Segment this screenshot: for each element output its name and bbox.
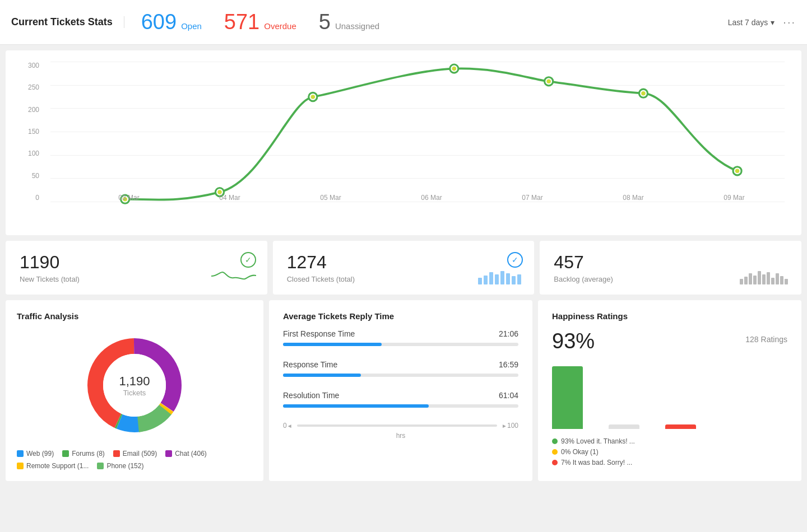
overdue-count: 571 [224,10,259,34]
legend-chat: Chat (406) [165,450,207,458]
y-label-150: 150 [28,128,39,136]
first-response-row: First Response Time 21:06 [283,329,518,346]
check-green-icon: ✓ [240,252,256,268]
happiness-percent: 93% [552,329,595,353]
scale-min: 0 [283,422,287,430]
svg-rect-15 [771,278,774,284]
happiness-legend: 93% Loved it. Thanks! ... 0% Okay (1) 7%… [552,437,787,466]
header-right: Last 7 days ▾ ··· [728,16,796,29]
first-response-bar-fill [283,343,382,346]
first-response-bar-bg [283,343,518,346]
resolution-time-bar-bg [283,404,518,408]
scale-left-arrow-icon: ◄ [287,423,293,429]
chart-y-labels: 300 250 200 150 100 50 0 [22,62,45,202]
x-label-05mar: 05 Mar [320,194,341,202]
resolution-time-label: Resolution Time [283,391,339,400]
svg-rect-7 [517,274,521,284]
open-label: Open [181,21,202,31]
donut-total: 1,190 [119,374,150,389]
response-time-label: Response Time [283,360,337,369]
svg-rect-16 [776,273,779,284]
svg-rect-9 [744,277,748,284]
okay-label: 0% Okay (1) [561,448,599,456]
y-label-300: 300 [28,62,39,69]
y-label-0: 0 [35,194,39,202]
bars-container [50,62,785,202]
closed-tickets-card: 1274 Closed Tickets (total) ✓ [273,241,535,295]
legend-forums: Forums (8) [62,450,105,458]
chat-label: Chat (406) [175,450,207,458]
forums-label: Forums (8) [72,450,105,458]
svg-rect-3 [495,274,499,284]
header: Current Tickets Stats 609 Open 571 Overd… [0,0,807,45]
happiness-header: 93% 128 Ratings [552,329,787,353]
ratings-count: 128 Ratings [745,335,787,344]
remote-label: Remote Support (1... [26,462,89,470]
donut-center-text: 1,190 Tickets [119,374,150,397]
response-time-row: Response Time 16:59 [283,360,518,377]
svg-rect-11 [753,276,757,284]
phone-label: Phone (152) [106,462,143,470]
svg-rect-17 [780,276,783,284]
happiness-bar-bad [665,424,696,429]
phone-dot [97,463,104,469]
x-label-03mar: 03 Mar [118,194,139,202]
traffic-card: Traffic Analysis [6,300,263,481]
open-stat: 609 Open [141,10,202,34]
resolution-time-bar-fill [283,404,429,408]
y-label-250: 250 [28,83,39,91]
header-stats: 609 Open 571 Overdue 5 Unassigned [141,10,728,34]
response-time-bar-bg [283,374,518,377]
response-time-header: Response Time 16:59 [283,360,518,369]
new-tickets-card: 1190 New Tickets (total) ✓ [6,241,267,295]
scale-max: 100 [507,422,518,430]
legend-email: Email (509) [113,450,157,458]
open-count: 609 [141,10,177,34]
scale-track [297,424,497,427]
traffic-legend: Web (99) Forums (8) Email (509) Chat (40… [17,450,252,470]
closed-tickets-chart [478,268,523,286]
legend-phone: Phone (152) [97,462,143,470]
web-label: Web (99) [26,450,54,458]
loved-label: 93% Loved it. Thanks! ... [561,437,635,445]
more-options-button[interactable]: ··· [783,16,796,29]
bad-dot [552,460,558,465]
check-blue-icon: ✓ [507,252,523,268]
unassigned-count: 5 [319,10,331,34]
date-range-label: Last 7 days [728,18,768,27]
email-dot [113,450,120,457]
happiness-card: Happiness Ratings 93% 128 Ratings 93% Lo… [538,300,801,481]
reply-time-card: Average Tickets Reply Time First Respons… [269,300,532,481]
new-tickets-sparkline [211,268,256,286]
scale-unit: hrs [283,432,518,440]
backlog-chart [740,268,790,286]
svg-rect-10 [749,273,752,284]
backlog-card: 457 Backlog (average) [540,241,801,295]
traffic-title: Traffic Analysis [17,311,252,321]
web-dot [17,450,24,457]
forums-dot [62,450,69,457]
unassigned-stat: 5 Unassigned [319,10,379,34]
svg-rect-13 [762,274,766,284]
y-label-50: 50 [32,172,39,180]
response-time-bar-fill [283,374,361,377]
resolution-time-header: Resolution Time 61:04 [283,391,518,400]
email-label: Email (509) [123,450,157,458]
chevron-down-icon: ▾ [771,18,774,27]
legend-bad: 7% It was bad. Sorry! ... [552,459,787,466]
x-label-04mar: 04 Mar [219,194,240,202]
chart-x-labels: 03 Mar 04 Mar 05 Mar 06 Mar 07 Mar 08 Ma… [78,194,785,202]
chat-dot [165,450,172,457]
first-response-label: First Response Time [283,329,355,338]
y-label-100: 100 [28,150,39,157]
x-label-08mar: 08 Mar [623,194,643,202]
overdue-stat: 571 Overdue [224,10,296,34]
x-label-06mar: 06 Mar [421,194,442,202]
svg-rect-5 [506,273,510,284]
dashboard: Current Tickets Stats 609 Open 571 Overd… [0,0,807,532]
reply-time-title: Average Tickets Reply Time [283,311,518,321]
date-range-selector[interactable]: Last 7 days ▾ [728,18,775,27]
svg-rect-6 [512,276,516,284]
remote-dot [17,463,24,469]
donut-label: Tickets [119,389,150,397]
